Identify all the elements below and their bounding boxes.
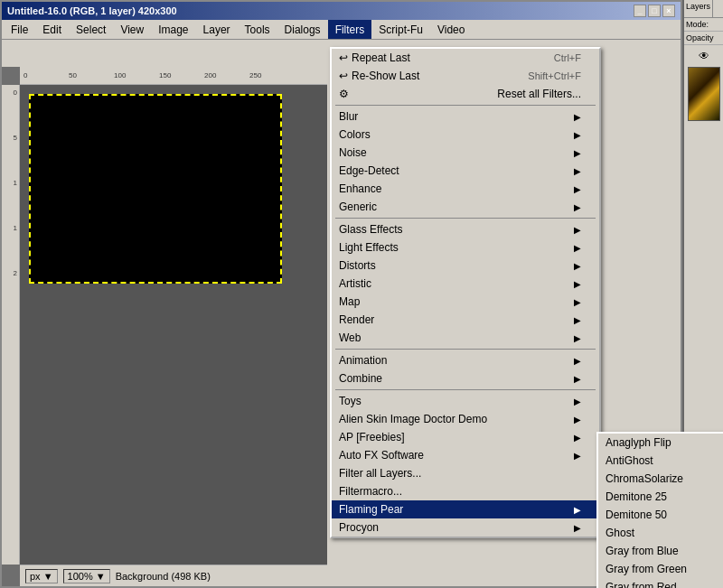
arrow-icon: ▶ <box>574 148 581 158</box>
submenu-demitone-25[interactable]: Demitone 25 <box>598 488 723 506</box>
arrow-icon: ▶ <box>574 415 581 425</box>
title-bar-buttons: _ □ × <box>634 5 675 17</box>
menu-filter-all-layers[interactable]: Filter all Layers... <box>332 464 599 482</box>
menu-glass-effects[interactable]: Glass Effects ▶ <box>332 220 599 238</box>
opacity-row: Opacity <box>684 32 723 45</box>
menu-artistic[interactable]: Artistic ▶ <box>332 275 599 293</box>
menu-repeat-last[interactable]: ↩ Repeat Last Ctrl+F <box>332 49 599 67</box>
layer-eye-row: 👁 <box>684 49 723 63</box>
ruler-vertical: 0 5 1 1 2 <box>2 85 20 565</box>
menu-edit[interactable]: Edit <box>35 20 69 39</box>
menu-procyon[interactable]: Procyon ▶ <box>332 518 599 537</box>
arrow-icon: ▶ <box>574 433 581 443</box>
layers-tab[interactable]: Layers <box>684 0 713 17</box>
window-title: Untitled-16.0 (RGB, 1 layer) 420x300 <box>7 5 177 16</box>
menu-web[interactable]: Web ▶ <box>332 329 599 347</box>
menu-bar: File Edit Select View Image Layer Tools … <box>2 20 681 40</box>
menu-view[interactable]: View <box>113 20 151 39</box>
arrow-icon: ▶ <box>574 261 581 271</box>
image-info: Background (498 KB) <box>116 571 211 582</box>
menu-file[interactable]: File <box>4 20 35 39</box>
menu-auto-fx[interactable]: Auto FX Software ▶ <box>332 446 599 464</box>
menu-light-effects[interactable]: Light Effects ▶ <box>332 238 599 257</box>
menu-video[interactable]: Video <box>430 20 472 39</box>
menu-noise[interactable]: Noise ▶ <box>332 144 599 162</box>
flaming-pear-submenu: Anaglyph Flip AntiGhost ChromaSolarize D… <box>596 432 723 588</box>
menu-alien-skin[interactable]: Alien Skin Image Doctor Demo ▶ <box>332 410 599 428</box>
submenu-gray-from-red[interactable]: Gray from Red <box>598 578 723 588</box>
menu-dialogs[interactable]: Dialogs <box>277 20 328 39</box>
arrow-icon: ▶ <box>574 315 581 325</box>
arrow-icon: ▶ <box>574 505 581 515</box>
arrow-icon: ▶ <box>574 374 581 384</box>
menu-colors[interactable]: Colors ▶ <box>332 126 599 144</box>
filters-menu: ↩ Repeat Last Ctrl+F ↩ Re-Show Last Shif… <box>330 47 601 538</box>
menu-flaming-pear[interactable]: Flaming Pear ▶ <box>332 500 599 518</box>
mode-label: Mode: <box>686 20 709 29</box>
arrow-icon: ▶ <box>574 184 581 194</box>
menu-toys[interactable]: Toys ▶ <box>332 392 599 410</box>
menu-animation[interactable]: Animation ▶ <box>332 351 599 369</box>
reshow-icon: ↩ <box>339 70 348 82</box>
submenu-gray-from-blue[interactable]: Gray from Blue <box>598 542 723 560</box>
status-bar: px ▼ 100% ▼ Background (498 KB) <box>20 565 327 586</box>
reset-icon: ⚙ <box>339 88 349 100</box>
menu-enhance[interactable]: Enhance ▶ <box>332 180 599 198</box>
eye-icon[interactable]: 👁 <box>697 49 711 63</box>
zoom-level[interactable]: 100% ▼ <box>63 569 110 583</box>
arrow-icon: ▶ <box>574 333 581 343</box>
arrow-icon: ▶ <box>574 112 581 122</box>
arrow-icon: ▶ <box>574 523 581 533</box>
separator-4 <box>335 389 596 390</box>
menu-reset-filters[interactable]: ⚙ Reset all Filters... <box>332 85 599 103</box>
menu-render[interactable]: Render ▶ <box>332 311 599 329</box>
minimize-button[interactable]: _ <box>634 5 646 17</box>
arrow-icon: ▶ <box>574 130 581 140</box>
menu-tools[interactable]: Tools <box>238 20 277 39</box>
menu-ap-freebies[interactable]: AP [Freebies] ▶ <box>332 428 599 446</box>
separator-1 <box>335 105 596 106</box>
canvas-area: 0 50 100 150 200 250 0 5 1 1 2 px ▼ 100%… <box>2 67 327 586</box>
canvas-background <box>20 85 327 565</box>
menu-reshow-last[interactable]: ↩ Re-Show Last Shift+Ctrl+F <box>332 67 599 85</box>
submenu-anaglyph-flip[interactable]: Anaglyph Flip <box>598 434 723 452</box>
maximize-button[interactable]: □ <box>648 5 661 17</box>
title-bar: Untitled-16.0 (RGB, 1 layer) 420x300 _ □… <box>2 2 681 20</box>
menu-distorts[interactable]: Distorts ▶ <box>332 257 599 275</box>
submenu-gray-from-green[interactable]: Gray from Green <box>598 560 723 578</box>
arrow-icon: ▶ <box>574 356 581 366</box>
arrow-icon: ▶ <box>574 166 581 176</box>
menu-filtermacro[interactable]: Filtermacro... <box>332 482 599 500</box>
menu-map[interactable]: Map ▶ <box>332 293 599 311</box>
arrow-icon: ▶ <box>574 225 581 235</box>
menu-edge-detect[interactable]: Edge-Detect ▶ <box>332 162 599 180</box>
submenu-demitone-50[interactable]: Demitone 50 <box>598 506 723 524</box>
menu-generic[interactable]: Generic ▶ <box>332 198 599 216</box>
menu-image[interactable]: Image <box>151 20 195 39</box>
arrow-icon: ▶ <box>574 451 581 461</box>
separator-2 <box>335 218 596 219</box>
mode-row: Mode: <box>684 18 723 32</box>
canvas-image <box>29 94 282 284</box>
close-button[interactable]: × <box>662 5 675 17</box>
submenu-antighost[interactable]: AntiGhost <box>598 452 723 470</box>
separator-3 <box>335 349 596 350</box>
submenu-ghost[interactable]: Ghost <box>598 524 723 542</box>
arrow-icon: ▶ <box>574 279 581 289</box>
submenu-chromasolarize[interactable]: ChromaSolarize <box>598 470 723 488</box>
unit-selector[interactable]: px ▼ <box>25 569 58 583</box>
arrow-icon: ▶ <box>574 397 581 406</box>
menu-blur[interactable]: Blur ▶ <box>332 107 599 126</box>
ruler-horizontal: 0 50 100 150 200 250 <box>20 67 327 85</box>
opacity-label: Opacity <box>686 33 714 42</box>
menu-filters[interactable]: Filters <box>328 20 372 39</box>
app-window: Untitled-16.0 (RGB, 1 layer) 420x300 _ □… <box>0 0 682 588</box>
layer-thumbnail <box>688 67 720 121</box>
menu-layer[interactable]: Layer <box>196 20 238 39</box>
repeat-last-icon: ↩ <box>339 51 348 64</box>
menu-script-fu[interactable]: Script-Fu <box>371 20 430 39</box>
menu-select[interactable]: Select <box>69 20 113 39</box>
menu-combine[interactable]: Combine ▶ <box>332 369 599 387</box>
arrow-icon: ▶ <box>574 243 581 253</box>
layers-tab-bar: Layers <box>684 0 723 18</box>
